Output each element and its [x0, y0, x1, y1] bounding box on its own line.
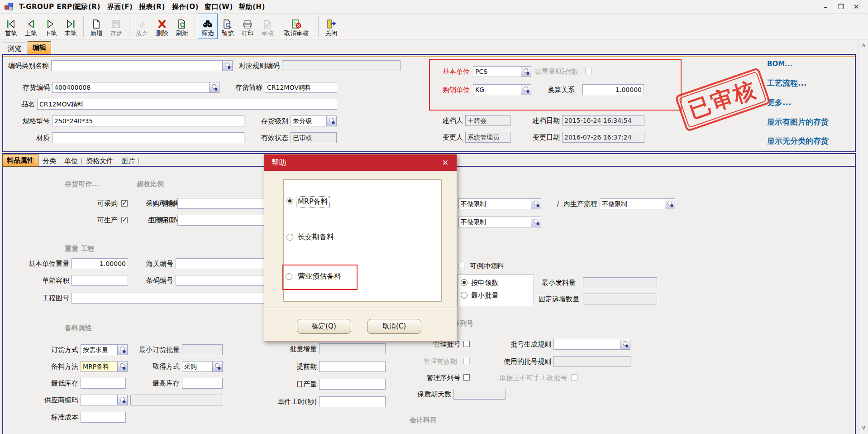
- filter-button[interactable]: 筛选: [198, 14, 218, 39]
- scroll-down-icon[interactable]: ∨: [859, 423, 868, 432]
- dialog-cancel-button[interactable]: 取消(C): [367, 319, 421, 334]
- acquire-mode-input[interactable]: 采购: [182, 361, 213, 372]
- restriction1-input[interactable]: 不做限制: [458, 198, 531, 209]
- lead-time-input[interactable]: [319, 361, 386, 372]
- minimize-button[interactable]: –: [820, 2, 831, 12]
- rule-code-input: [282, 60, 401, 71]
- spec-input[interactable]: 250*240*35: [52, 116, 244, 126]
- refresh-button[interactable]: 刷新: [172, 14, 192, 39]
- restriction2-lookup-button[interactable]: [531, 217, 541, 227]
- option-mrp-label[interactable]: MRP备料: [296, 196, 330, 207]
- barcode-input[interactable]: [176, 275, 269, 286]
- code-category-lookup-button[interactable]: [223, 60, 233, 71]
- batch-rule-input[interactable]: [553, 339, 620, 350]
- preview-icon: [223, 18, 233, 29]
- option-mrp-radio[interactable]: [286, 198, 293, 204]
- last-record-button[interactable]: 末笔: [61, 14, 81, 39]
- tab-browse[interactable]: 浏览: [3, 43, 26, 54]
- new-button[interactable]: 新增: [86, 14, 106, 39]
- min-issue-input: [583, 277, 657, 288]
- restore-button[interactable]: ❐: [835, 2, 846, 12]
- short-name-input[interactable]: CR12MOV精料: [265, 82, 337, 93]
- min-batch-radio[interactable]: [461, 292, 467, 299]
- customs-code-input[interactable]: [176, 258, 269, 269]
- menu-window[interactable]: 窗口(W): [203, 2, 235, 12]
- by-application-radio[interactable]: [461, 279, 467, 286]
- subtab-qualification-files[interactable]: 资格文件: [82, 155, 117, 167]
- link-process-flow[interactable]: 工艺流程...: [767, 78, 806, 88]
- prev-record-button[interactable]: 上笔: [21, 14, 41, 39]
- code-category-input[interactable]: [51, 60, 223, 71]
- level-input[interactable]: 未分级: [291, 116, 327, 126]
- cancel-audit-button[interactable]: 取消审核: [277, 14, 315, 39]
- unit-hours-input[interactable]: [319, 396, 386, 407]
- subtab-units[interactable]: 单位: [60, 155, 82, 167]
- supplier-lookup-button[interactable]: [118, 395, 128, 405]
- print-button[interactable]: 打印: [238, 14, 258, 39]
- factory-flow-lookup-button[interactable]: [665, 198, 675, 209]
- order-mode-input[interactable]: 按需求量: [81, 344, 118, 355]
- stock-method-lookup-button[interactable]: [118, 361, 128, 372]
- menu-report[interactable]: 报表(R): [137, 2, 167, 12]
- manage-serial-checkbox[interactable]: [463, 374, 470, 381]
- order-mode-lookup-button[interactable]: [118, 344, 128, 355]
- option-long-lead-label[interactable]: 长交期备料: [298, 232, 334, 242]
- help-dialog-titlebar[interactable]: 帮助: [264, 154, 457, 171]
- view-tabs: 浏览 编辑: [3, 41, 51, 54]
- item-code-lookup-button[interactable]: [210, 82, 219, 93]
- subtab-classification[interactable]: 分类: [38, 155, 60, 167]
- option-long-lead-radio[interactable]: [286, 234, 293, 241]
- link-show-with-images[interactable]: 显示有图片的存货: [767, 117, 829, 127]
- dialog-ok-button[interactable]: 确定(Q): [297, 319, 351, 334]
- preview-button[interactable]: 预览: [218, 14, 238, 39]
- next-record-button[interactable]: 下笔: [41, 14, 61, 39]
- factory-flow-input[interactable]: 不做限制: [600, 198, 665, 209]
- delete-button[interactable]: 删除: [152, 14, 172, 39]
- trade-unit-lookup-button[interactable]: [521, 84, 531, 95]
- menu-help[interactable]: 帮助(H): [237, 2, 267, 12]
- batch-rule-lookup-button[interactable]: [620, 339, 630, 350]
- material-input[interactable]: [52, 132, 244, 143]
- menu-operation[interactable]: 操作(O): [170, 2, 200, 12]
- min-stock-label: 最低库存: [45, 378, 78, 389]
- restriction2-input[interactable]: 不做限制: [458, 217, 531, 227]
- can-produce-checkbox[interactable]: [121, 217, 128, 223]
- max-stock-input[interactable]: [182, 378, 223, 389]
- supplier-code-input[interactable]: [81, 395, 118, 405]
- base-unit-input[interactable]: PCS: [473, 66, 521, 77]
- subtab-item-attributes[interactable]: 料品属性: [2, 154, 38, 167]
- menu-interface[interactable]: 界面(F): [105, 2, 134, 12]
- scroll-up-icon[interactable]: ∧: [859, 41, 868, 50]
- level-lookup-button[interactable]: [327, 116, 337, 126]
- tab-edit[interactable]: 编辑: [28, 41, 51, 54]
- trade-unit-input[interactable]: KG: [473, 84, 521, 95]
- std-cost-input[interactable]: [81, 412, 126, 423]
- drawing-no-input[interactable]: [72, 293, 269, 304]
- box-volume-input[interactable]: [72, 275, 128, 286]
- conversion-input[interactable]: 1.00000: [582, 84, 644, 95]
- nav-prev-icon: [26, 18, 35, 29]
- link-bom[interactable]: BOM...: [767, 60, 792, 68]
- min-stock-input[interactable]: [81, 378, 126, 389]
- link-show-unclassified[interactable]: 显示无分类的存货: [767, 136, 829, 146]
- base-weight-input[interactable]: 1.00000: [72, 258, 128, 269]
- subtab-images[interactable]: 图片: [117, 155, 139, 167]
- menu-record[interactable]: 记录(R): [72, 2, 102, 12]
- can-purchase-checkbox[interactable]: [121, 200, 128, 207]
- base-unit-lookup-button[interactable]: [521, 66, 531, 77]
- link-more[interactable]: 更多...: [767, 97, 791, 108]
- backflush-checkbox[interactable]: [458, 263, 464, 269]
- stock-method-input[interactable]: MRP备料: [81, 361, 118, 372]
- acquire-mode-lookup-button[interactable]: [213, 361, 223, 372]
- create-date-label: 建档日期: [523, 115, 560, 126]
- manage-batch-checkbox[interactable]: [463, 341, 470, 347]
- close-form-button[interactable]: 关闭: [321, 14, 341, 39]
- daily-output-input[interactable]: [319, 379, 386, 390]
- item-name-input[interactable]: CR12MOV精料: [37, 99, 337, 110]
- first-record-button[interactable]: 首笔: [1, 14, 21, 39]
- item-code-input[interactable]: 400400008: [52, 82, 210, 93]
- vertical-scrollbar[interactable]: ∧ ∨: [858, 40, 868, 434]
- close-window-button[interactable]: ✕: [851, 2, 862, 12]
- restriction1-lookup-button[interactable]: [531, 198, 541, 209]
- dialog-close-icon[interactable]: ✕: [439, 157, 451, 168]
